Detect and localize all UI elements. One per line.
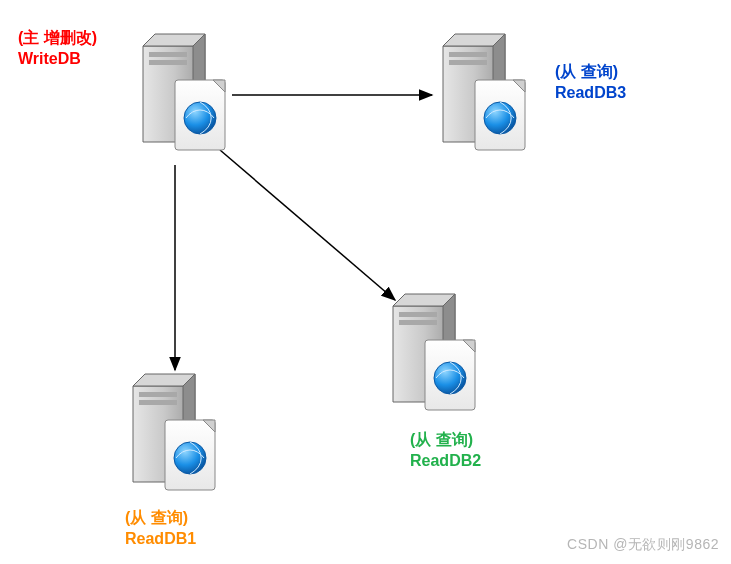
label-readdb2-line2: ReadDB2 <box>410 451 481 472</box>
server-icon <box>435 30 535 160</box>
server-icon <box>385 290 485 420</box>
watermark-text: CSDN @无欲则刚9862 <box>567 536 719 554</box>
svg-rect-12 <box>449 60 487 65</box>
label-writedb: (主 增删改) WriteDB <box>18 28 97 70</box>
label-writedb-line1: (主 增删改) <box>18 28 97 49</box>
node-readdb2 <box>385 290 485 420</box>
label-readdb1-line1: (从 查询) <box>125 508 196 529</box>
svg-rect-19 <box>399 312 437 317</box>
label-writedb-line2: WriteDB <box>18 49 97 70</box>
label-readdb3-line2: ReadDB3 <box>555 83 626 104</box>
diagram-canvas: (主 增删改) WriteDB <box>0 0 731 564</box>
svg-rect-28 <box>139 400 177 405</box>
node-readdb3 <box>435 30 535 160</box>
node-writedb <box>135 30 235 160</box>
svg-rect-20 <box>399 320 437 325</box>
label-readdb3-line1: (从 查询) <box>555 62 626 83</box>
svg-rect-11 <box>449 52 487 57</box>
node-readdb1 <box>125 370 225 500</box>
label-readdb2: (从 查询) ReadDB2 <box>410 430 481 472</box>
svg-rect-27 <box>139 392 177 397</box>
label-readdb3: (从 查询) ReadDB3 <box>555 62 626 104</box>
server-icon <box>135 30 235 160</box>
server-icon <box>125 370 225 500</box>
label-readdb1: (从 查询) ReadDB1 <box>125 508 196 550</box>
label-readdb2-line1: (从 查询) <box>410 430 481 451</box>
svg-rect-4 <box>149 60 187 65</box>
edge-write-to-read2 <box>220 150 395 300</box>
svg-rect-3 <box>149 52 187 57</box>
label-readdb1-line2: ReadDB1 <box>125 529 196 550</box>
